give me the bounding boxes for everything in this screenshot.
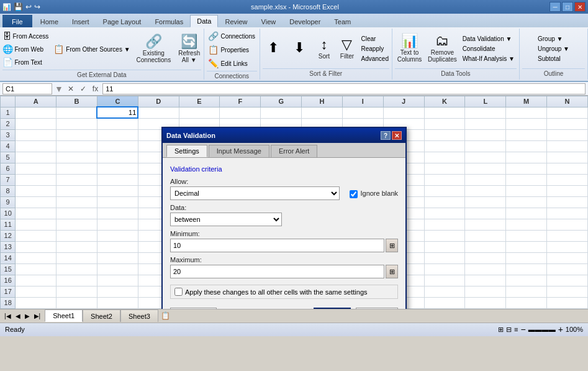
status-text: Ready (5, 326, 25, 333)
group-content: 🗄 From Access 🌐 From Web 📄 From Text 📋 F… (2, 30, 201, 68)
maximum-ref-button[interactable]: ⊞ (386, 265, 398, 278)
status-right: ⊞ ⊟ ≡ − ▬▬▬▬ + 100% (498, 324, 583, 334)
tab-review[interactable]: Review (218, 15, 254, 27)
zoom-out-button[interactable]: − (520, 324, 525, 334)
ignore-blank-checkbox[interactable] (350, 190, 358, 198)
view-page-break-icon[interactable]: ≡ (514, 326, 518, 333)
minimize-button[interactable]: ─ (550, 2, 561, 12)
clear-all-button[interactable]: Clear All (170, 308, 217, 309)
subtotal-button[interactable]: Subtotal (536, 54, 571, 63)
zoom-in-button[interactable]: + (558, 324, 563, 334)
reapply-button[interactable]: Reapply (359, 44, 390, 53)
apply-changes-row: Apply these changes to all other cells w… (170, 285, 398, 299)
allow-select[interactable]: Decimal (170, 186, 340, 200)
name-box[interactable]: C1 (2, 83, 52, 94)
data-validation-button[interactable]: Data Validation ▼ (461, 34, 517, 44)
tab-view[interactable]: View (255, 15, 283, 27)
tab-home[interactable]: Home (34, 15, 65, 27)
from-access-button[interactable]: 🗄 From Access (1, 30, 51, 42)
minimum-input[interactable] (170, 239, 384, 252)
group-get-external-label: Get External Data (2, 70, 201, 80)
window-title: sample.xlsx - Microsoft Excel (251, 3, 339, 11)
data-validation-label: Data Validation ▼ (463, 35, 512, 42)
formula-input[interactable] (102, 83, 586, 94)
clear-button[interactable]: Clear (359, 34, 390, 44)
refresh-all-button[interactable]: 🔄 RefreshAll ▼ (175, 33, 203, 65)
quick-access-redo[interactable]: ↪ (34, 2, 40, 11)
nav-first-sheet[interactable]: |◀ (2, 312, 13, 320)
existing-connections-label: ExistingConnections (137, 50, 171, 63)
refresh-icon: 🔄 (181, 35, 197, 48)
group-button[interactable]: Group ▼ (536, 34, 571, 44)
nav-next-sheet[interactable]: ▶ (23, 312, 32, 320)
formula-cancel-icon[interactable]: ✕ (66, 85, 76, 93)
quick-access-undo[interactable]: ↩ (25, 2, 32, 11)
cancel-button[interactable]: Cancel (356, 308, 398, 309)
ungroup-label: Ungroup ▼ (538, 45, 569, 52)
maximum-label: Maximum: (170, 256, 398, 263)
nav-prev-sheet[interactable]: ◀ (14, 312, 22, 320)
ungroup-button[interactable]: Ungroup ▼ (536, 44, 571, 53)
sort-button[interactable]: ↕ Sort (313, 36, 335, 62)
edit-links-button[interactable]: ✏️ Edit Links (206, 57, 257, 70)
sheet-tab-sheet2[interactable]: Sheet2 (83, 309, 120, 322)
sheet-tab-sheet1[interactable]: Sheet1 (45, 309, 83, 322)
apply-changes-checkbox[interactable] (174, 288, 183, 296)
dialog-tab-settings[interactable]: Settings (166, 145, 207, 157)
view-normal-icon[interactable]: ⊞ (498, 326, 504, 334)
ok-button[interactable]: OK (314, 308, 351, 309)
ribbon: 🗄 From Access 🌐 From Web 📄 From Text 📋 F… (0, 27, 588, 82)
close-button[interactable]: ✕ (574, 2, 586, 12)
quick-access-save[interactable]: 💾 (14, 2, 23, 11)
zoom-level: 100% (566, 326, 583, 333)
group-data-tools-label: Data Tools (395, 68, 517, 78)
from-other-sources-button[interactable]: 📋 From Other Sources ▼ (52, 43, 132, 55)
dialog-tab-error-alert[interactable]: Error Alert (271, 145, 318, 157)
tab-team[interactable]: Team (327, 15, 358, 27)
title-bar-left: 📊 💾 ↩ ↪ (2, 2, 40, 11)
spreadsheet-container: A B C D E F G H I J K L M N 1 11 (0, 96, 588, 309)
view-page-layout-icon[interactable]: ⊟ (506, 326, 512, 334)
restore-button[interactable]: □ (562, 2, 573, 12)
tab-developer[interactable]: Developer (283, 15, 327, 27)
group-connections-label: Connections (207, 71, 257, 81)
properties-button[interactable]: 📋 Properties (206, 44, 257, 56)
tab-formulas[interactable]: Formulas (148, 15, 190, 27)
filter-icon: ▽ (341, 38, 352, 52)
group-outline-label: Outline (522, 68, 585, 78)
refresh-label: RefreshAll ▼ (178, 50, 200, 63)
sort-asc-button[interactable]: ⬆ (261, 39, 286, 58)
dialog-close-button[interactable]: ✕ (392, 131, 402, 140)
formula-confirm-icon[interactable]: ✓ (78, 85, 88, 93)
advanced-button[interactable]: Advanced (359, 54, 390, 63)
tab-page-layout[interactable]: Page Layout (96, 15, 148, 27)
zoom-slider[interactable]: ▬▬▬▬ (528, 326, 556, 333)
dialog-tab-input-message[interactable]: Input Message (209, 145, 269, 157)
existing-connections-button[interactable]: 🔗 ExistingConnections (133, 33, 174, 65)
remove-duplicates-button[interactable]: 🗂 RemoveDuplicates (425, 32, 459, 65)
data-select[interactable]: between (170, 213, 282, 226)
maximum-input-row: ⊞ (170, 265, 398, 278)
dialog-action-buttons: OK Cancel (314, 308, 398, 309)
maximum-input[interactable] (170, 265, 384, 278)
from-text-button[interactable]: 📄 From Text (1, 56, 44, 68)
formula-function-icon[interactable]: fx (91, 85, 100, 93)
what-if-analysis-button[interactable]: What-If Analysis ▼ (461, 54, 517, 63)
maximum-ref-icon: ⊞ (389, 268, 395, 276)
tab-data[interactable]: Data (190, 15, 218, 27)
minimum-ref-button[interactable]: ⊞ (386, 239, 398, 252)
filter-button[interactable]: ▽ Filter (336, 36, 358, 62)
connections-button[interactable]: 🔗 Connections (206, 30, 257, 42)
nav-last-sheet[interactable]: ▶| (32, 312, 43, 320)
consolidate-button[interactable]: Consolidate (461, 44, 517, 53)
sheet-tab-icon[interactable]: 📋 (161, 311, 170, 320)
from-web-button[interactable]: 🌐 From Web (1, 43, 46, 55)
sort-desc-button[interactable]: ⬇ (287, 39, 312, 58)
tab-insert[interactable]: Insert (65, 15, 96, 27)
sort-icon: ↕ (320, 38, 327, 52)
tab-file[interactable]: File (2, 15, 32, 27)
sheet-tab-sheet3[interactable]: Sheet3 (120, 309, 158, 322)
dialog-help-button[interactable]: ? (381, 131, 391, 140)
text-to-columns-button[interactable]: 📊 Text toColumns (395, 32, 425, 65)
minimum-label: Minimum: (170, 230, 398, 237)
